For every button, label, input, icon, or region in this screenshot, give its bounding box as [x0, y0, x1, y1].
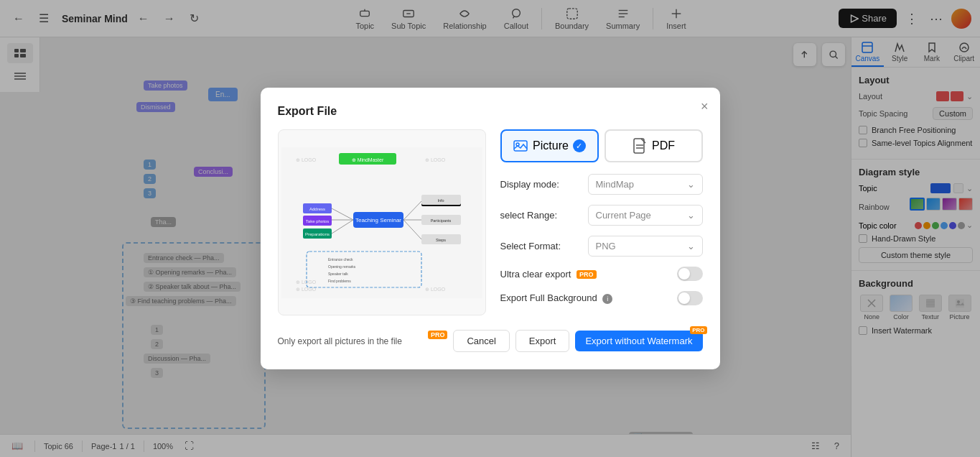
select-range-label: select Range:: [500, 210, 558, 221]
ultra-clear-row: Ultra clear export PRO: [500, 267, 703, 281]
only-export-label: Only export all pictures in the file: [278, 336, 402, 346]
display-mode-chevron: ⌄: [687, 179, 695, 190]
pdf-tab-icon: [632, 138, 648, 154]
modal-footer: Only export all pictures in the file PRO…: [278, 330, 703, 352]
svg-text:Preparations: Preparations: [304, 232, 329, 236]
pdf-tab[interactable]: PDF: [605, 129, 703, 162]
only-export-wrapper: Only export all pictures in the file PRO: [278, 336, 448, 346]
display-mode-value: MindMap: [596, 179, 634, 190]
only-export-pro-badge: PRO: [428, 331, 448, 339]
svg-line-47: [332, 220, 353, 234]
modal-title: Export File: [278, 105, 703, 118]
export-button[interactable]: Export: [515, 330, 570, 352]
svg-text:Opening remarks: Opening remarks: [328, 264, 356, 269]
svg-text:Participants: Participants: [430, 218, 451, 223]
svg-rect-68: [634, 139, 644, 153]
picture-tab[interactable]: Picture ✓: [500, 129, 599, 162]
svg-text:⊕ LOGO: ⊕ LOGO: [296, 287, 317, 292]
export-bg-toggle[interactable]: [677, 291, 703, 305]
export-watermark-pro-badge: PRO: [690, 326, 706, 334]
svg-line-41: [332, 208, 353, 220]
modal-overlay[interactable]: Export File × ⊕ LOGO ⊕ LOGO ⊕ LOGO ⊕ LOG…: [0, 0, 980, 457]
svg-text:Speaker talk: Speaker talk: [328, 272, 348, 276]
select-range-value: Current Page: [596, 210, 651, 221]
display-mode-row: Display mode: MindMap ⌄: [500, 174, 703, 195]
ultra-clear-toggle-inner: [678, 268, 690, 280]
svg-text:Address: Address: [309, 207, 325, 211]
display-mode-label: Display mode:: [500, 179, 559, 190]
select-format-value: PNG: [596, 241, 616, 251]
svg-text:⊕ LOGO: ⊕ LOGO: [296, 280, 317, 285]
picture-tab-icon: [513, 138, 528, 154]
ultra-clear-pro-badge: PRO: [577, 270, 597, 279]
export-bg-row: Export Full Background i: [500, 291, 703, 305]
svg-text:Steps: Steps: [435, 238, 445, 242]
svg-text:⊕ LOGO: ⊕ LOGO: [425, 287, 446, 292]
picture-check: ✓: [573, 139, 586, 152]
ultra-clear-label: Ultra clear export PRO: [500, 269, 597, 280]
select-range-row: select Range: Current Page ⌄: [500, 205, 703, 226]
info-icon[interactable]: i: [602, 294, 612, 304]
svg-text:⊕ MindMaster: ⊕ MindMaster: [351, 157, 383, 162]
svg-line-57: [403, 220, 421, 239]
svg-text:Info: Info: [437, 198, 444, 203]
display-mode-select[interactable]: MindMap ⌄: [588, 174, 703, 195]
svg-text:Entrance check: Entrance check: [328, 257, 353, 262]
select-format-row: Select Format: PNG ⌄: [500, 236, 703, 257]
export-bg-label: Export Full Background i: [500, 292, 613, 304]
select-format-label: Select Format:: [500, 241, 561, 251]
export-watermark-button[interactable]: Export without Watermark PRO: [575, 331, 702, 351]
select-range-select[interactable]: Current Page ⌄: [588, 205, 703, 226]
picture-tab-label: Picture: [533, 139, 569, 152]
svg-text:⊕ LOGO: ⊕ LOGO: [425, 157, 446, 162]
export-bg-toggle-inner: [678, 292, 690, 304]
svg-text:Take photos: Take photos: [305, 219, 328, 223]
ultra-clear-toggle[interactable]: [677, 267, 703, 281]
modal-close-button[interactable]: ×: [701, 99, 709, 114]
svg-text:Find problems: Find problems: [328, 279, 351, 283]
modal-preview: ⊕ LOGO ⊕ LOGO ⊕ LOGO ⊕ LOGO ⊕ MindMaster…: [278, 129, 486, 315]
modal-body: ⊕ LOGO ⊕ LOGO ⊕ LOGO ⊕ LOGO ⊕ MindMaster…: [278, 129, 703, 315]
svg-text:Teaching Seminar: Teaching Seminar: [355, 217, 401, 223]
svg-line-50: [403, 201, 421, 220]
modal-options: Picture ✓ PDF Display mode:: [500, 129, 703, 315]
svg-rect-60: [307, 251, 421, 287]
format-tabs: Picture ✓ PDF: [500, 129, 703, 162]
select-range-chevron: ⌄: [687, 210, 695, 221]
pdf-tab-label: PDF: [652, 139, 675, 152]
cancel-button[interactable]: Cancel: [453, 330, 509, 352]
export-modal: Export File × ⊕ LOGO ⊕ LOGO ⊕ LOGO ⊕ LOG…: [261, 88, 720, 369]
select-format-select[interactable]: PNG ⌄: [588, 236, 703, 257]
select-format-chevron: ⌄: [687, 241, 695, 251]
svg-text:⊕ LOGO: ⊕ LOGO: [296, 157, 317, 162]
